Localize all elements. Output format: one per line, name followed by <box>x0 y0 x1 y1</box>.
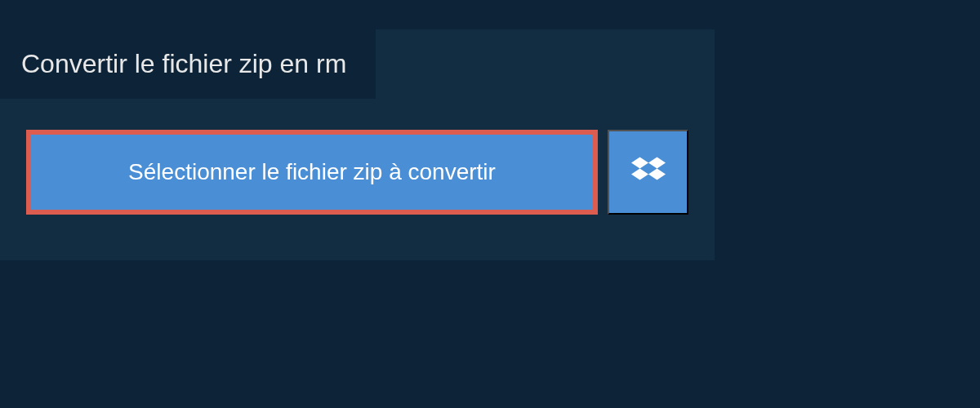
page-title-tab: Convertir le fichier zip en rm <box>0 29 376 99</box>
dropbox-button[interactable] <box>608 130 688 215</box>
dropbox-icon <box>631 154 666 191</box>
select-file-label: Sélectionner le fichier zip à convertir <box>128 159 496 184</box>
page-title: Convertir le fichier zip en rm <box>21 49 346 78</box>
converter-panel: Convertir le fichier zip en rm Sélection… <box>0 29 715 260</box>
action-row: Sélectionner le fichier zip à convertir <box>0 99 715 246</box>
select-file-button[interactable]: Sélectionner le fichier zip à convertir <box>26 130 598 215</box>
